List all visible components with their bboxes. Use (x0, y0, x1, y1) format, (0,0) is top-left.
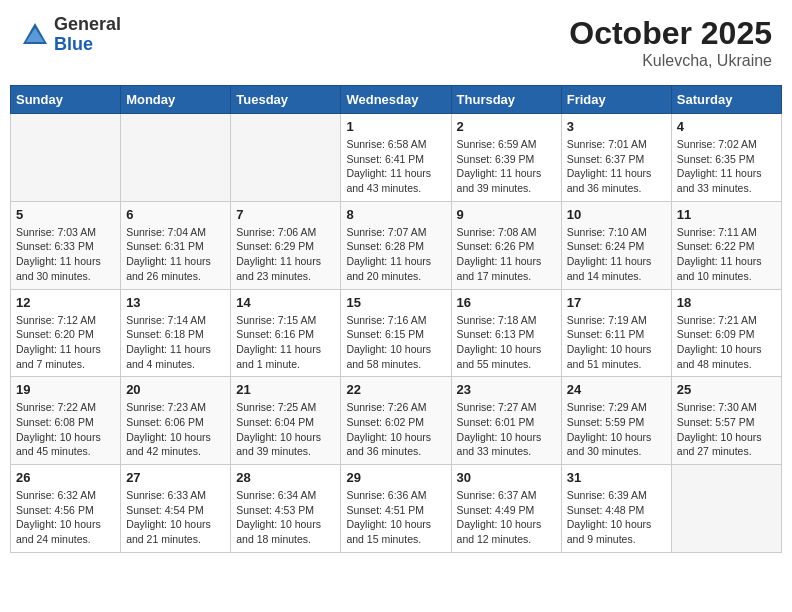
weekday-header-wednesday: Wednesday (341, 86, 451, 114)
calendar-week-row: 5Sunrise: 7:03 AMSunset: 6:33 PMDaylight… (11, 201, 782, 289)
day-info: Sunrise: 6:34 AMSunset: 4:53 PMDaylight:… (236, 488, 335, 547)
calendar-day-cell: 31Sunrise: 6:39 AMSunset: 4:48 PMDayligh… (561, 465, 671, 553)
day-info: Sunrise: 6:59 AMSunset: 6:39 PMDaylight:… (457, 137, 556, 196)
calendar-day-cell: 30Sunrise: 6:37 AMSunset: 4:49 PMDayligh… (451, 465, 561, 553)
calendar-week-row: 12Sunrise: 7:12 AMSunset: 6:20 PMDayligh… (11, 289, 782, 377)
day-info: Sunrise: 7:10 AMSunset: 6:24 PMDaylight:… (567, 225, 666, 284)
day-number: 11 (677, 207, 776, 222)
calendar-day-cell: 8Sunrise: 7:07 AMSunset: 6:28 PMDaylight… (341, 201, 451, 289)
day-number: 28 (236, 470, 335, 485)
day-info: Sunrise: 7:16 AMSunset: 6:15 PMDaylight:… (346, 313, 445, 372)
day-number: 18 (677, 295, 776, 310)
day-info: Sunrise: 7:06 AMSunset: 6:29 PMDaylight:… (236, 225, 335, 284)
day-number: 24 (567, 382, 666, 397)
day-number: 2 (457, 119, 556, 134)
month-title: October 2025 (569, 15, 772, 52)
calendar-day-cell: 12Sunrise: 7:12 AMSunset: 6:20 PMDayligh… (11, 289, 121, 377)
calendar-day-cell (231, 114, 341, 202)
day-info: Sunrise: 6:58 AMSunset: 6:41 PMDaylight:… (346, 137, 445, 196)
calendar-day-cell: 11Sunrise: 7:11 AMSunset: 6:22 PMDayligh… (671, 201, 781, 289)
weekday-header-row: SundayMondayTuesdayWednesdayThursdayFrid… (11, 86, 782, 114)
day-info: Sunrise: 7:18 AMSunset: 6:13 PMDaylight:… (457, 313, 556, 372)
day-number: 20 (126, 382, 225, 397)
day-number: 22 (346, 382, 445, 397)
logo-blue: Blue (54, 35, 121, 55)
day-number: 1 (346, 119, 445, 134)
calendar-day-cell: 9Sunrise: 7:08 AMSunset: 6:26 PMDaylight… (451, 201, 561, 289)
weekday-header-monday: Monday (121, 86, 231, 114)
calendar-day-cell: 16Sunrise: 7:18 AMSunset: 6:13 PMDayligh… (451, 289, 561, 377)
day-info: Sunrise: 6:33 AMSunset: 4:54 PMDaylight:… (126, 488, 225, 547)
day-number: 25 (677, 382, 776, 397)
calendar-day-cell (11, 114, 121, 202)
day-number: 8 (346, 207, 445, 222)
calendar-day-cell (121, 114, 231, 202)
calendar-day-cell: 26Sunrise: 6:32 AMSunset: 4:56 PMDayligh… (11, 465, 121, 553)
day-info: Sunrise: 7:08 AMSunset: 6:26 PMDaylight:… (457, 225, 556, 284)
calendar-week-row: 1Sunrise: 6:58 AMSunset: 6:41 PMDaylight… (11, 114, 782, 202)
day-info: Sunrise: 6:39 AMSunset: 4:48 PMDaylight:… (567, 488, 666, 547)
calendar-day-cell: 4Sunrise: 7:02 AMSunset: 6:35 PMDaylight… (671, 114, 781, 202)
calendar-day-cell: 20Sunrise: 7:23 AMSunset: 6:06 PMDayligh… (121, 377, 231, 465)
calendar-day-cell (671, 465, 781, 553)
day-info: Sunrise: 7:03 AMSunset: 6:33 PMDaylight:… (16, 225, 115, 284)
calendar-day-cell: 2Sunrise: 6:59 AMSunset: 6:39 PMDaylight… (451, 114, 561, 202)
day-number: 16 (457, 295, 556, 310)
day-number: 29 (346, 470, 445, 485)
logo-text: General Blue (54, 15, 121, 55)
calendar-day-cell: 28Sunrise: 6:34 AMSunset: 4:53 PMDayligh… (231, 465, 341, 553)
day-info: Sunrise: 7:21 AMSunset: 6:09 PMDaylight:… (677, 313, 776, 372)
logo: General Blue (20, 15, 121, 55)
calendar-day-cell: 14Sunrise: 7:15 AMSunset: 6:16 PMDayligh… (231, 289, 341, 377)
day-info: Sunrise: 7:30 AMSunset: 5:57 PMDaylight:… (677, 400, 776, 459)
day-number: 14 (236, 295, 335, 310)
calendar-day-cell: 7Sunrise: 7:06 AMSunset: 6:29 PMDaylight… (231, 201, 341, 289)
day-info: Sunrise: 7:14 AMSunset: 6:18 PMDaylight:… (126, 313, 225, 372)
calendar-day-cell: 3Sunrise: 7:01 AMSunset: 6:37 PMDaylight… (561, 114, 671, 202)
day-number: 13 (126, 295, 225, 310)
calendar-week-row: 19Sunrise: 7:22 AMSunset: 6:08 PMDayligh… (11, 377, 782, 465)
calendar-day-cell: 15Sunrise: 7:16 AMSunset: 6:15 PMDayligh… (341, 289, 451, 377)
calendar-day-cell: 23Sunrise: 7:27 AMSunset: 6:01 PMDayligh… (451, 377, 561, 465)
page-header: General Blue October 2025 Kulevcha, Ukra… (10, 10, 782, 75)
day-info: Sunrise: 7:19 AMSunset: 6:11 PMDaylight:… (567, 313, 666, 372)
day-info: Sunrise: 7:29 AMSunset: 5:59 PMDaylight:… (567, 400, 666, 459)
day-number: 15 (346, 295, 445, 310)
day-info: Sunrise: 6:36 AMSunset: 4:51 PMDaylight:… (346, 488, 445, 547)
calendar-day-cell: 13Sunrise: 7:14 AMSunset: 6:18 PMDayligh… (121, 289, 231, 377)
day-number: 5 (16, 207, 115, 222)
calendar-day-cell: 21Sunrise: 7:25 AMSunset: 6:04 PMDayligh… (231, 377, 341, 465)
calendar-day-cell: 27Sunrise: 6:33 AMSunset: 4:54 PMDayligh… (121, 465, 231, 553)
title-block: October 2025 Kulevcha, Ukraine (569, 15, 772, 70)
weekday-header-saturday: Saturday (671, 86, 781, 114)
day-number: 30 (457, 470, 556, 485)
calendar-table: SundayMondayTuesdayWednesdayThursdayFrid… (10, 85, 782, 553)
calendar-week-row: 26Sunrise: 6:32 AMSunset: 4:56 PMDayligh… (11, 465, 782, 553)
day-number: 6 (126, 207, 225, 222)
day-info: Sunrise: 7:02 AMSunset: 6:35 PMDaylight:… (677, 137, 776, 196)
day-info: Sunrise: 6:32 AMSunset: 4:56 PMDaylight:… (16, 488, 115, 547)
day-number: 9 (457, 207, 556, 222)
calendar-day-cell: 18Sunrise: 7:21 AMSunset: 6:09 PMDayligh… (671, 289, 781, 377)
day-info: Sunrise: 7:11 AMSunset: 6:22 PMDaylight:… (677, 225, 776, 284)
calendar-day-cell: 10Sunrise: 7:10 AMSunset: 6:24 PMDayligh… (561, 201, 671, 289)
day-number: 23 (457, 382, 556, 397)
day-number: 7 (236, 207, 335, 222)
day-info: Sunrise: 7:23 AMSunset: 6:06 PMDaylight:… (126, 400, 225, 459)
day-number: 12 (16, 295, 115, 310)
day-info: Sunrise: 7:15 AMSunset: 6:16 PMDaylight:… (236, 313, 335, 372)
day-info: Sunrise: 7:12 AMSunset: 6:20 PMDaylight:… (16, 313, 115, 372)
day-info: Sunrise: 6:37 AMSunset: 4:49 PMDaylight:… (457, 488, 556, 547)
calendar-day-cell: 25Sunrise: 7:30 AMSunset: 5:57 PMDayligh… (671, 377, 781, 465)
calendar-day-cell: 29Sunrise: 6:36 AMSunset: 4:51 PMDayligh… (341, 465, 451, 553)
day-number: 10 (567, 207, 666, 222)
calendar-day-cell: 17Sunrise: 7:19 AMSunset: 6:11 PMDayligh… (561, 289, 671, 377)
day-number: 19 (16, 382, 115, 397)
weekday-header-sunday: Sunday (11, 86, 121, 114)
calendar-day-cell: 1Sunrise: 6:58 AMSunset: 6:41 PMDaylight… (341, 114, 451, 202)
calendar-day-cell: 5Sunrise: 7:03 AMSunset: 6:33 PMDaylight… (11, 201, 121, 289)
day-info: Sunrise: 7:22 AMSunset: 6:08 PMDaylight:… (16, 400, 115, 459)
day-info: Sunrise: 7:25 AMSunset: 6:04 PMDaylight:… (236, 400, 335, 459)
day-info: Sunrise: 7:04 AMSunset: 6:31 PMDaylight:… (126, 225, 225, 284)
logo-general: General (54, 15, 121, 35)
